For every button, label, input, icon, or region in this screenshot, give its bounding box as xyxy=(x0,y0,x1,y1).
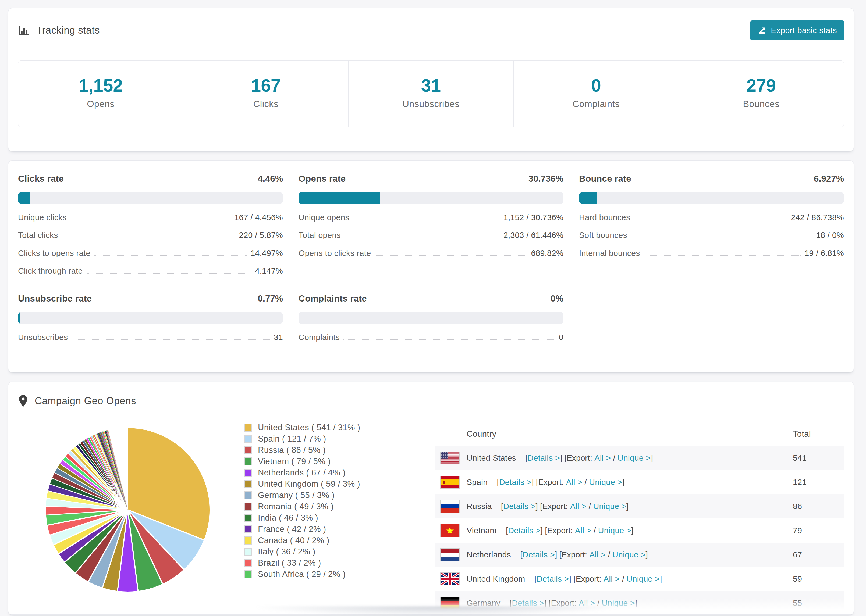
legend-item-canada[interactable]: Canada ( 40 / 2% ) xyxy=(244,536,395,545)
legend-item-netherlands[interactable]: Netherlands ( 67 / 4% ) xyxy=(244,468,395,477)
country-total: 67 xyxy=(787,543,844,567)
rate-detail-label: Complaints xyxy=(299,333,340,342)
stat-value: 31 xyxy=(351,76,511,96)
dotted-leader xyxy=(71,220,231,220)
rate-detail-label: Unique opens xyxy=(299,213,350,222)
rate-detail-label: Unique clicks xyxy=(18,213,67,222)
table-row-russia: Russia [Details >] [Export: All > / Uniq… xyxy=(435,494,844,519)
legend-item-united-states[interactable]: United States ( 541 / 31% ) xyxy=(244,423,395,432)
page-title: Tracking stats xyxy=(36,25,100,36)
map-pin-icon xyxy=(18,394,28,408)
country-column-header: Country xyxy=(435,422,787,446)
legend-label: United States ( 541 / 31% ) xyxy=(258,423,360,432)
legend-label: United Kingdom ( 59 / 3% ) xyxy=(258,479,360,489)
country-cell-container: United Kingdom [Details >] [Export: All … xyxy=(435,567,787,591)
export-all-link[interactable]: All > xyxy=(570,502,587,511)
details-link[interactable]: Details > xyxy=(503,502,535,511)
legend-item-united-kingdom[interactable]: United Kingdom ( 59 / 3% ) xyxy=(244,480,395,488)
country-links: [Details >] [Export: All > / Unique >] xyxy=(494,478,625,487)
legend-swatch xyxy=(244,570,252,578)
export-unique-link[interactable]: Unique > xyxy=(593,502,627,511)
details-link[interactable]: Details > xyxy=(527,453,560,462)
export-unique-link[interactable]: Unique > xyxy=(589,478,622,486)
export-all-link[interactable]: All > xyxy=(579,599,595,607)
legend-swatch xyxy=(244,548,252,556)
progress-bar xyxy=(579,192,844,204)
legend-item-spain[interactable]: Spain ( 121 / 7% ) xyxy=(244,435,395,443)
stat-tile-opens: 1,152Opens xyxy=(18,61,183,127)
legend-swatch xyxy=(244,559,252,567)
progress-bar xyxy=(18,312,283,324)
total-column-header: Total xyxy=(787,422,844,446)
stat-tile-clicks: 167Clicks xyxy=(183,61,348,127)
legend-item-vietnam[interactable]: Vietnam ( 79 / 5% ) xyxy=(244,457,395,466)
dotted-leader xyxy=(644,255,801,256)
export-unique-link[interactable]: Unique > xyxy=(627,574,660,583)
rate-detail-value: 689.82% xyxy=(531,248,564,258)
table-row-spain: Spain [Details >] [Export: All > / Uniqu… xyxy=(435,470,844,494)
country-cell-container: Vietnam [Details >] [Export: All > / Uni… xyxy=(435,519,787,543)
progress-bar xyxy=(299,312,564,324)
export-unique-link[interactable]: Unique > xyxy=(617,453,650,462)
legend-item-india[interactable]: India ( 46 / 3% ) xyxy=(244,514,395,522)
rate-header: Clicks rate4.46% xyxy=(18,174,283,184)
rate-detail-row: Total opens2,303 / 61.446% xyxy=(299,231,564,240)
progress-bar-fill xyxy=(18,312,20,324)
legend-item-russia[interactable]: Russia ( 86 / 5% ) xyxy=(244,446,395,454)
export-all-link[interactable]: All > xyxy=(589,550,606,559)
details-link[interactable]: Details > xyxy=(523,550,555,559)
country-name: Germany xyxy=(467,599,500,608)
rate-detail-value: 242 / 86.738% xyxy=(791,213,844,222)
rate-detail-row: Unique clicks167 / 4.456% xyxy=(18,213,283,222)
legend-swatch xyxy=(244,536,252,545)
export-unique-link[interactable]: Unique > xyxy=(612,550,646,559)
legend-item-italy[interactable]: Italy ( 36 / 2% ) xyxy=(244,547,395,556)
flag-vn-icon xyxy=(440,524,460,537)
rate-value: 6.927% xyxy=(814,174,844,184)
rate-detail-value: 19 / 6.81% xyxy=(805,248,844,258)
country-links: [Details >] [Export: All > / Unique >] xyxy=(523,453,653,462)
legend-label: Germany ( 55 / 3% ) xyxy=(258,490,335,500)
rate-card-unsubscribe-rate: Unsubscribe rate0.77%Unsubscribes31 xyxy=(18,294,283,342)
export-all-link[interactable]: All > xyxy=(603,574,620,583)
dotted-leader xyxy=(634,220,787,220)
rate-value: 0% xyxy=(551,294,564,304)
country-total: 121 xyxy=(787,470,844,494)
stat-label: Bounces xyxy=(682,99,841,109)
country-name: United Kingdom xyxy=(467,574,525,583)
legend-item-france[interactable]: France ( 42 / 2% ) xyxy=(244,525,395,533)
dotted-leader xyxy=(375,255,527,256)
export-unique-link[interactable]: Unique > xyxy=(598,526,631,535)
export-all-link[interactable]: All > xyxy=(594,453,611,462)
legend-item-germany[interactable]: Germany ( 55 / 3% ) xyxy=(244,491,395,500)
export-basic-stats-button[interactable]: Export basic stats xyxy=(750,20,844,40)
details-link[interactable]: Details > xyxy=(499,478,531,486)
flag-es-icon xyxy=(440,476,460,489)
details-link[interactable]: Details > xyxy=(512,599,544,607)
rate-detail-value: 18 / 0% xyxy=(816,231,844,240)
rates-grid: Clicks rate4.46%Unique clicks167 / 4.456… xyxy=(18,174,844,342)
country-name: Spain xyxy=(467,478,488,487)
export-all-link[interactable]: All > xyxy=(566,478,583,486)
legend-label: South Africa ( 29 / 2% ) xyxy=(258,569,346,579)
rate-value: 30.736% xyxy=(529,174,564,184)
rate-detail-label: Total opens xyxy=(299,231,341,240)
stat-tile-complaints: 0Complaints xyxy=(513,61,679,127)
geo-opens-header: Campaign Geo Opens xyxy=(18,394,844,418)
legend-item-south-africa[interactable]: South Africa ( 29 / 2% ) xyxy=(244,570,395,579)
export-unique-link[interactable]: Unique > xyxy=(602,599,635,607)
rate-detail-row: Internal bounces19 / 6.81% xyxy=(579,248,844,258)
export-all-link[interactable]: All > xyxy=(575,526,591,535)
legend-swatch xyxy=(244,457,252,465)
legend-label: Canada ( 40 / 2% ) xyxy=(258,536,329,545)
details-link[interactable]: Details > xyxy=(508,526,540,535)
country-cell-container: Netherlands [Details >] [Export: All > /… xyxy=(435,543,787,567)
details-link[interactable]: Details > xyxy=(537,574,569,583)
legend-item-romania[interactable]: Romania ( 49 / 3% ) xyxy=(244,502,395,511)
legend-item-brazil[interactable]: Brazil ( 33 / 2% ) xyxy=(244,559,395,567)
dotted-leader xyxy=(353,220,500,220)
legend-swatch xyxy=(244,424,252,432)
legend-swatch xyxy=(244,480,252,488)
bar-chart-icon xyxy=(18,25,30,36)
country-total: 55 xyxy=(787,591,844,614)
